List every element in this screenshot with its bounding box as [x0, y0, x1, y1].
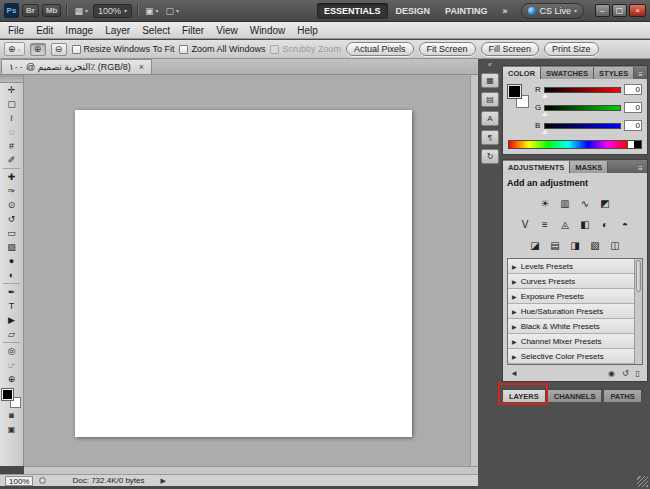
- tab-styles[interactable]: STYLES: [594, 67, 634, 79]
- rectangular-marquee-tool[interactable]: ▢: [0, 97, 23, 111]
- workspace-overflow-button[interactable]: »: [495, 3, 514, 19]
- maximize-button[interactable]: ▢: [612, 4, 627, 17]
- cs-live-button[interactable]: CS Live ▾: [521, 3, 584, 19]
- crop-tool[interactable]: #: [0, 139, 23, 153]
- levels-icon[interactable]: ▥: [558, 195, 573, 211]
- menu-layer[interactable]: Layer: [99, 25, 136, 36]
- zoom-tool-preset[interactable]: ⊕▾: [4, 42, 25, 56]
- vibrance-icon[interactable]: V: [518, 216, 533, 232]
- history-brush-tool[interactable]: ↺: [0, 212, 23, 226]
- posterize-icon[interactable]: ▤: [548, 237, 563, 253]
- panel-menu-icon[interactable]: ≡: [634, 70, 647, 79]
- selective-color-icon[interactable]: ◫: [608, 237, 623, 253]
- menu-file[interactable]: File: [2, 25, 30, 36]
- actual-pixels-button[interactable]: Actual Pixels: [346, 42, 414, 56]
- spot-healing-brush-tool[interactable]: ✚: [0, 170, 23, 184]
- slider-thumb[interactable]: [542, 129, 548, 134]
- slider-thumb[interactable]: [542, 111, 548, 116]
- invert-icon[interactable]: ◪: [528, 237, 543, 253]
- back-icon[interactable]: ◄: [510, 369, 518, 378]
- resize-grip[interactable]: [637, 476, 648, 487]
- brightness-contrast-icon[interactable]: ☀: [538, 195, 553, 211]
- disclosure-triangle-icon[interactable]: ▶: [512, 308, 517, 315]
- green-slider[interactable]: [544, 105, 621, 111]
- disclosure-triangle-icon[interactable]: ▶: [512, 278, 517, 285]
- quick-mask-button[interactable]: ◙: [4, 410, 20, 422]
- vertical-scrollbar[interactable]: [470, 75, 478, 466]
- disclosure-triangle-icon[interactable]: ▶: [512, 338, 517, 345]
- menu-edit[interactable]: Edit: [30, 25, 59, 36]
- preset-channel-mixer[interactable]: ▶Channel Mixer Presets: [508, 334, 634, 349]
- workspace-painting[interactable]: PAINTING: [438, 3, 494, 19]
- screen-mode-button[interactable]: ▢▾: [164, 5, 182, 17]
- black-white-icon[interactable]: ◧: [578, 216, 593, 232]
- path-selection-tool[interactable]: ▶: [0, 313, 23, 327]
- dodge-tool[interactable]: ◐: [0, 268, 23, 282]
- tab-channels[interactable]: CHANNELS: [547, 389, 603, 402]
- presets-scrollbar[interactable]: [634, 259, 642, 364]
- resize-windows-checkbox[interactable]: Resize Windows To Fit: [72, 44, 175, 54]
- exposure-icon[interactable]: ◩: [598, 195, 613, 211]
- pen-tool[interactable]: ✒: [0, 285, 23, 299]
- menu-help[interactable]: Help: [291, 25, 324, 36]
- red-slider[interactable]: [544, 87, 621, 93]
- type-tool[interactable]: T: [0, 299, 23, 313]
- menu-window[interactable]: Window: [244, 25, 292, 36]
- hue-saturation-icon[interactable]: ≡: [538, 216, 553, 232]
- preset-selective-color[interactable]: ▶Selective Color Presets: [508, 349, 634, 364]
- preset-black-white[interactable]: ▶Black & White Presets: [508, 319, 634, 334]
- eyedropper-tool[interactable]: ✐: [0, 153, 23, 167]
- workspace-design[interactable]: DESIGN: [389, 3, 438, 19]
- menu-filter[interactable]: Filter: [176, 25, 210, 36]
- 3d-rotate-tool[interactable]: ◎: [0, 344, 23, 358]
- zoom-in-mode-button[interactable]: ⊕: [30, 43, 46, 56]
- swatches-panel-icon[interactable]: ▦: [481, 73, 499, 88]
- disclosure-triangle-icon[interactable]: ▶: [512, 293, 517, 300]
- curves-icon[interactable]: ∿: [578, 195, 593, 211]
- panel-menu-icon[interactable]: ≡: [634, 164, 647, 173]
- paragraph-panel-icon[interactable]: ¶: [481, 130, 499, 145]
- print-size-button[interactable]: Print Size: [544, 42, 599, 56]
- zoom-tool[interactable]: ⊕: [0, 372, 23, 386]
- blur-tool[interactable]: ●: [0, 254, 23, 268]
- gradient-tool[interactable]: ▨: [0, 240, 23, 254]
- minimize-button[interactable]: –: [595, 4, 610, 17]
- delete-icon[interactable]: ▯: [636, 369, 640, 378]
- preset-levels[interactable]: ▶Levels Presets: [508, 259, 634, 274]
- quick-selection-tool[interactable]: ◌: [0, 125, 23, 139]
- horizontal-scrollbar[interactable]: [24, 466, 478, 474]
- slider-thumb[interactable]: [542, 93, 548, 98]
- character-panel-icon[interactable]: A: [481, 111, 499, 126]
- disclosure-triangle-icon[interactable]: ▶: [512, 263, 517, 270]
- tab-color[interactable]: COLOR: [503, 67, 541, 79]
- blue-value-field[interactable]: 0: [624, 120, 642, 131]
- spectrum-ramp[interactable]: [509, 141, 627, 148]
- red-value-field[interactable]: 0: [624, 84, 642, 95]
- foreground-color-swatch[interactable]: [2, 389, 13, 400]
- channel-mixer-icon[interactable]: ◓: [618, 216, 633, 232]
- fit-screen-button[interactable]: Fit Screen: [419, 42, 476, 56]
- tab-swatches[interactable]: SWATCHES: [541, 67, 594, 79]
- blue-slider[interactable]: [544, 123, 621, 129]
- close-icon[interactable]: ×: [139, 62, 144, 72]
- gradient-map-icon[interactable]: ▧: [588, 237, 603, 253]
- status-flyout-button[interactable]: ▶: [161, 477, 166, 485]
- color-balance-icon[interactable]: ◬: [558, 216, 573, 232]
- tab-paths[interactable]: PATHS: [603, 389, 641, 402]
- scrollbar-thumb[interactable]: [636, 260, 641, 292]
- disclosure-triangle-icon[interactable]: ▶: [512, 353, 517, 360]
- fill-screen-button[interactable]: Fill Screen: [481, 42, 540, 56]
- move-tool[interactable]: ✛: [0, 83, 23, 97]
- zoom-out-mode-button[interactable]: ⊖: [51, 43, 67, 56]
- eraser-tool[interactable]: ▭: [0, 226, 23, 240]
- tab-layers[interactable]: LAYERS: [502, 389, 546, 402]
- visibility-icon[interactable]: ◉: [608, 369, 615, 378]
- menu-select[interactable]: Select: [136, 25, 176, 36]
- rotate-view-icon[interactable]: ↻: [481, 149, 499, 164]
- green-value-field[interactable]: 0: [624, 102, 642, 113]
- lasso-tool[interactable]: ≀: [0, 111, 23, 125]
- disclosure-triangle-icon[interactable]: ▶: [512, 323, 517, 330]
- photo-filter-icon[interactable]: ◐: [598, 216, 613, 232]
- menu-view[interactable]: View: [210, 25, 244, 36]
- navigator-panel-icon[interactable]: ▤: [481, 92, 499, 107]
